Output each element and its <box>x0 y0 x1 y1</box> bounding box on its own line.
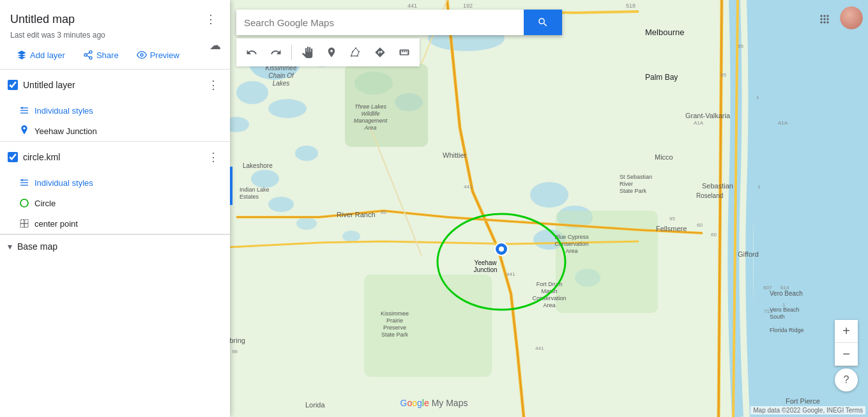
svg-text:A1A: A1A <box>778 120 788 126</box>
svg-text:441: 441 <box>464 184 473 190</box>
redo-icon <box>270 47 282 58</box>
individual-styles-circle-kml[interactable]: Individual styles <box>10 172 230 193</box>
svg-point-111 <box>89 57 92 59</box>
circle-line-icon <box>18 197 31 209</box>
svg-point-129 <box>352 51 353 52</box>
redo-button[interactable] <box>264 41 287 64</box>
measure-button[interactable] <box>393 41 416 64</box>
map-title: Untitled map <box>10 13 75 26</box>
svg-text:95: 95 <box>669 216 675 222</box>
search-input[interactable] <box>236 10 524 35</box>
google-apps-icon <box>818 13 831 26</box>
zoom-in-button[interactable]: + <box>835 320 858 343</box>
svg-text:River Ranch: River Ranch <box>337 211 376 218</box>
user-avatar[interactable] <box>840 6 863 29</box>
google-my-maps-logo: Google My Maps <box>400 398 468 408</box>
svg-point-5 <box>236 81 268 104</box>
item-center-point[interactable]: center point <box>10 213 230 234</box>
svg-point-131 <box>357 56 358 57</box>
layer-checkbox-untitled[interactable] <box>8 80 18 90</box>
svg-text:98: 98 <box>232 349 238 354</box>
svg-text:441: 441 <box>506 271 515 277</box>
svg-text:Vero Beach: Vero Beach <box>770 307 800 313</box>
search-box <box>236 10 562 35</box>
item-circle[interactable]: Circle <box>10 193 230 213</box>
layer-body-untitled: Individual styles Yeehaw Junction <box>0 100 230 141</box>
svg-text:Fort Pierce: Fort Pierce <box>786 397 820 405</box>
sidebar: Untitled map ⋮ Last edit was 3 minutes a… <box>0 0 230 417</box>
layer-checkbox-circle-kml[interactable] <box>8 152 18 162</box>
save-to-drive-icon[interactable]: ☁ <box>209 39 221 52</box>
share-icon <box>83 50 93 60</box>
individual-styles-untitled[interactable]: Individual styles <box>10 100 230 121</box>
svg-point-16 <box>342 231 360 242</box>
layer-options-circle-kml[interactable]: ⋮ <box>204 148 222 166</box>
svg-line-113 <box>87 52 90 54</box>
google-apps-button[interactable] <box>813 8 836 31</box>
svg-text:Micco: Micco <box>655 153 673 161</box>
svg-text:Three Lakes: Three Lakes <box>354 103 387 110</box>
directions-icon <box>374 47 386 58</box>
draw-shape-button[interactable] <box>344 41 367 64</box>
svg-text:95: 95 <box>720 72 726 78</box>
yeehaw-junction-label: Yeehaw Junction <box>34 126 97 136</box>
search-button[interactable] <box>524 10 562 35</box>
svg-text:Yeehaw: Yeehaw <box>474 259 497 266</box>
svg-point-15 <box>296 217 317 230</box>
svg-text:95: 95 <box>738 43 743 49</box>
top-bar <box>236 0 811 38</box>
svg-text:60: 60 <box>711 232 717 238</box>
svg-text:Lorida: Lorida <box>305 401 325 409</box>
svg-text:Palm Bay: Palm Bay <box>645 73 678 82</box>
layer-body-circle-kml: Individual styles Circle <box>0 172 230 234</box>
item-yeehaw-junction[interactable]: Yeehaw Junction <box>10 121 230 141</box>
svg-text:Wildlife: Wildlife <box>362 110 380 117</box>
measure-icon <box>399 47 410 58</box>
style-icon-untitled <box>18 104 31 117</box>
help-button[interactable]: ? <box>835 368 858 391</box>
svg-text:St Sebastian: St Sebastian <box>620 174 652 180</box>
svg-point-14 <box>268 197 294 212</box>
layer-options-untitled[interactable]: ⋮ <box>204 76 222 94</box>
svg-rect-118 <box>21 107 23 109</box>
individual-styles-label-untitled: Individual styles <box>34 106 93 116</box>
svg-text:Lakes: Lakes <box>273 80 290 87</box>
layer-header-circle-kml[interactable]: circle.kml ⋮ <box>0 142 230 172</box>
svg-point-127 <box>355 47 356 49</box>
pan-button[interactable] <box>296 41 319 64</box>
svg-point-13 <box>251 170 279 188</box>
layer-section-circle-kml: circle.kml ⋮ Individual styles <box>0 142 230 234</box>
share-button[interactable]: Share <box>77 46 125 64</box>
svg-text:1: 1 <box>756 95 759 100</box>
svg-point-110 <box>84 54 87 56</box>
undo-icon <box>246 47 257 58</box>
map-title-row: Untitled map ⋮ <box>10 10 220 28</box>
zoom-controls: + − <box>835 320 858 366</box>
add-layer-button[interactable]: Add layer <box>10 46 72 64</box>
directions-button[interactable] <box>369 41 392 64</box>
undo-button[interactable] <box>240 41 263 64</box>
map-options-button[interactable]: ⋮ <box>202 10 220 28</box>
base-map-section[interactable]: ▾ Base map <box>0 234 230 258</box>
individual-styles-label-circle-kml: Individual styles <box>34 178 93 188</box>
svg-text:South: South <box>770 314 785 320</box>
base-map-label: Base map <box>17 241 57 252</box>
map-actions: Add layer Share Preview <box>10 46 220 64</box>
svg-text:Grant-Valkaria: Grant-Valkaria <box>685 112 731 119</box>
draw-shape-icon <box>350 47 362 58</box>
svg-text:Prairie: Prairie <box>386 317 403 324</box>
add-marker-button[interactable] <box>320 41 343 64</box>
svg-text:State Park: State Park <box>381 331 409 338</box>
svg-text:441: 441 <box>535 345 544 351</box>
add-marker-icon <box>326 47 337 58</box>
layer-header-untitled[interactable]: Untitled layer ⋮ <box>0 70 230 100</box>
zoom-out-button[interactable]: − <box>835 343 858 366</box>
pin-icon <box>18 125 31 137</box>
preview-button[interactable]: Preview <box>130 46 186 64</box>
pan-icon <box>301 47 313 58</box>
svg-text:Sebastian: Sebastian <box>702 182 733 190</box>
svg-text:1: 1 <box>758 184 761 190</box>
svg-text:Indian Lake: Indian Lake <box>240 186 270 193</box>
svg-point-130 <box>358 51 360 52</box>
layer-name-circle-kml: circle.kml <box>23 152 199 162</box>
